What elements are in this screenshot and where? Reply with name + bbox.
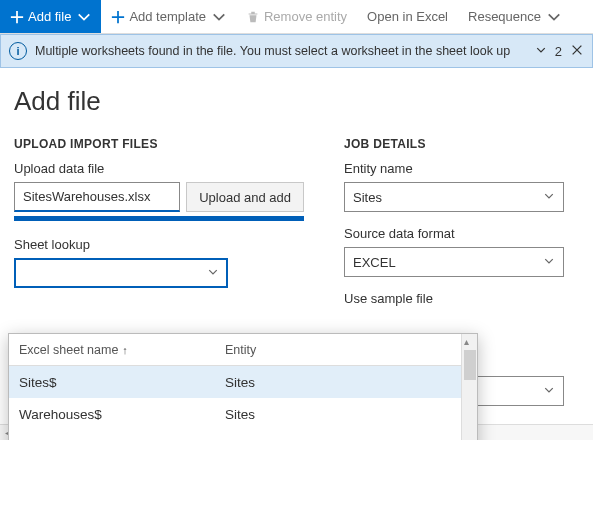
- lookup-row[interactable]: Warehouses$Sites: [9, 398, 461, 430]
- source-format-label: Source data format: [344, 226, 579, 241]
- upload-and-add-label: Upload and add: [199, 190, 291, 205]
- lookup-cell-sheet: Sites$: [9, 375, 219, 390]
- scroll-up-icon[interactable]: ▴: [464, 336, 469, 347]
- lookup-row[interactable]: Sites$Sites: [9, 366, 461, 398]
- message-count: 2: [555, 44, 562, 59]
- add-file-button[interactable]: Add file: [0, 0, 101, 33]
- open-in-excel-button[interactable]: Open in Excel: [357, 0, 458, 33]
- entity-name-value: Sites: [353, 190, 382, 205]
- upload-section: UPLOAD IMPORT FILES Upload data file Sit…: [14, 137, 304, 288]
- upload-file-input[interactable]: SitesWarehouses.xlsx: [14, 182, 180, 212]
- upload-file-value: SitesWarehouses.xlsx: [23, 189, 150, 204]
- resequence-label: Resequence: [468, 9, 541, 24]
- chevron-down-icon: [543, 385, 555, 397]
- message-text: Multiple worksheets found in the file. Y…: [35, 44, 527, 58]
- lookup-col-sheet-header[interactable]: Excel sheet name ↑: [9, 343, 219, 357]
- job-details-header: JOB DETAILS: [344, 137, 579, 151]
- lookup-col-entity-header[interactable]: Entity: [219, 343, 461, 357]
- upload-file-label: Upload data file: [14, 161, 304, 176]
- source-format-dropdown[interactable]: EXCEL: [344, 247, 564, 277]
- sheet-lookup-label: Sheet lookup: [14, 237, 304, 252]
- chevron-down-icon: [543, 256, 555, 268]
- use-sample-label: Use sample file: [344, 291, 579, 306]
- remove-entity-label: Remove entity: [264, 9, 347, 24]
- upload-progress-bar: [14, 216, 304, 221]
- sort-ascending-icon: ↑: [122, 344, 128, 356]
- expand-messages-button[interactable]: [535, 45, 547, 57]
- close-message-button[interactable]: [570, 43, 584, 60]
- sheet-lookup-flyout: Excel sheet name ↑ Entity Sites$SitesWar…: [8, 333, 478, 440]
- open-in-excel-label: Open in Excel: [367, 9, 448, 24]
- sheet-lookup-dropdown[interactable]: [14, 258, 228, 288]
- content-area: Add file UPLOAD IMPORT FILES Upload data…: [0, 68, 593, 424]
- upload-and-add-button[interactable]: Upload and add: [186, 182, 304, 212]
- lookup-scrollbar[interactable]: ▴ ▾: [461, 334, 477, 440]
- plus-icon: [10, 10, 24, 24]
- chevron-down-icon: [212, 10, 226, 24]
- upload-section-header: UPLOAD IMPORT FILES: [14, 137, 304, 151]
- lookup-cell-entity: Sites: [219, 407, 461, 422]
- source-format-value: EXCEL: [353, 255, 396, 270]
- add-template-button[interactable]: Add template: [101, 0, 236, 33]
- toolbar: Add file Add template Remove entity Open…: [0, 0, 593, 34]
- chevron-down-icon: [543, 191, 555, 203]
- page-title: Add file: [14, 86, 579, 117]
- scroll-thumb[interactable]: [464, 350, 476, 380]
- lookup-grid: Excel sheet name ↑ Entity Sites$SitesWar…: [9, 334, 461, 440]
- resequence-button[interactable]: Resequence: [458, 0, 571, 33]
- lookup-cell-sheet: Warehouses$: [9, 407, 219, 422]
- lookup-cell-entity: Sites: [219, 375, 461, 390]
- info-icon: i: [9, 42, 27, 60]
- remove-entity-button[interactable]: Remove entity: [236, 0, 357, 33]
- lookup-header-row: Excel sheet name ↑ Entity: [9, 334, 461, 366]
- chevron-down-icon: [207, 267, 219, 279]
- entity-name-dropdown[interactable]: Sites: [344, 182, 564, 212]
- add-template-label: Add template: [129, 9, 206, 24]
- message-actions: 2: [535, 43, 584, 60]
- entity-name-label: Entity name: [344, 161, 579, 176]
- plus-icon: [111, 10, 125, 24]
- message-bar: i Multiple worksheets found in the file.…: [0, 34, 593, 68]
- trash-icon: [246, 10, 260, 24]
- chevron-down-icon: [547, 10, 561, 24]
- chevron-down-icon: [77, 10, 91, 24]
- add-file-label: Add file: [28, 9, 71, 24]
